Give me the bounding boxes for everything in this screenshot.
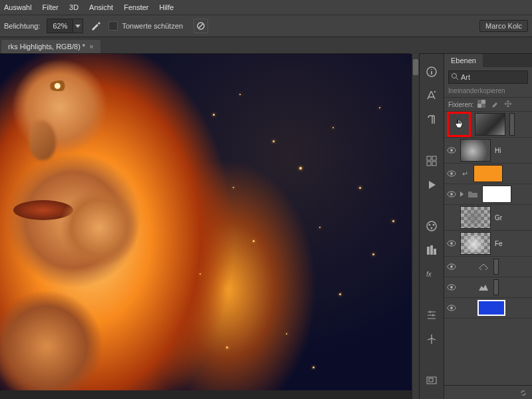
visibility-icon[interactable] xyxy=(447,190,456,199)
layers-footer xyxy=(444,385,532,399)
svg-point-26 xyxy=(450,193,453,196)
svg-text:fx: fx xyxy=(426,271,432,278)
layer-row[interactable]: Hi xyxy=(444,138,532,164)
visibility-icon[interactable] xyxy=(447,169,456,178)
vertical-scrollbar[interactable] xyxy=(412,54,419,399)
arrange-panel-icon[interactable] xyxy=(425,155,438,167)
svg-point-34 xyxy=(450,307,453,309)
menu-filter[interactable]: Filter xyxy=(43,3,59,11)
layer-row[interactable]: Gr xyxy=(444,205,532,231)
adjustment-mask-icon[interactable] xyxy=(493,259,499,275)
exposure-input[interactable] xyxy=(47,21,72,31)
visibility-icon[interactable] xyxy=(447,303,456,313)
folder-icon xyxy=(467,190,478,198)
layer-thumbnail[interactable] xyxy=(477,300,505,316)
layer-row[interactable]: ↵ xyxy=(444,164,532,184)
menu-3d[interactable]: 3D xyxy=(69,3,78,11)
color-balance-icon xyxy=(477,262,489,271)
layer-row[interactable] xyxy=(444,184,532,205)
styles-panel-icon[interactable]: fx xyxy=(425,268,438,280)
lock-row: Fixieren: xyxy=(444,97,532,112)
layer-thumbnail[interactable] xyxy=(460,139,491,162)
align-panel-icon[interactable] xyxy=(425,309,438,321)
measure-panel-icon[interactable] xyxy=(425,333,438,345)
protect-tones-checkbox[interactable] xyxy=(108,21,118,31)
layer-mask-link-icon[interactable] xyxy=(509,113,515,136)
paragraph-panel-icon[interactable] xyxy=(425,114,438,126)
layer-row[interactable]: Fe xyxy=(444,231,532,257)
tablet-pressure-icon[interactable] xyxy=(194,19,208,33)
layer-name[interactable]: Fe xyxy=(495,240,503,247)
lock-brush-icon[interactable] xyxy=(491,100,500,109)
svg-point-8 xyxy=(429,224,431,226)
adjustments-panel-icon[interactable] xyxy=(425,244,438,256)
layers-tab[interactable]: Ebenen xyxy=(444,54,483,67)
svg-rect-12 xyxy=(430,245,433,255)
info-panel-icon[interactable] xyxy=(425,66,438,78)
layer-row[interactable] xyxy=(444,257,532,277)
menu-fenster[interactable]: Fenster xyxy=(124,3,148,11)
svg-point-17 xyxy=(452,74,457,78)
collapsed-panel-strip: fx xyxy=(420,54,444,399)
menu-ansicht[interactable]: Ansicht xyxy=(89,3,113,11)
layer-name[interactable]: Gr xyxy=(495,214,502,221)
menu-auswahl[interactable]: Auswahl xyxy=(4,3,32,11)
layer-name[interactable]: Hi xyxy=(495,147,501,154)
close-tab-icon[interactable]: × xyxy=(89,43,93,51)
protect-tones-label: Tonwerte schützen xyxy=(122,22,183,30)
svg-rect-6 xyxy=(432,162,436,166)
canvas-area xyxy=(0,54,419,399)
menu-bar: Auswahl Filter 3D Ansicht Fenster Hilfe xyxy=(0,0,532,15)
group-mask-thumbnail[interactable] xyxy=(482,186,511,203)
highlighted-layer-selector[interactable] xyxy=(447,112,471,137)
layer-thumbnail[interactable] xyxy=(475,113,505,136)
svg-point-24 xyxy=(450,172,453,175)
svg-point-30 xyxy=(450,265,453,268)
link-layers-icon[interactable] xyxy=(519,388,528,398)
visibility-icon[interactable] xyxy=(447,262,456,271)
character-panel-icon[interactable] xyxy=(425,90,438,102)
layer-thumbnail[interactable] xyxy=(460,206,491,229)
svg-rect-16 xyxy=(429,378,433,382)
layers-panel: Ebenen Ineinanderkopieren Fixieren: xyxy=(444,54,532,399)
svg-point-32 xyxy=(450,286,453,289)
layer-thumbnail[interactable] xyxy=(460,232,491,255)
swatches-panel-icon[interactable] xyxy=(425,220,438,232)
svg-rect-13 xyxy=(434,249,436,255)
play-panel-icon[interactable] xyxy=(425,179,438,191)
hand-cursor-icon xyxy=(455,119,463,130)
layer-filter-input[interactable] xyxy=(448,70,528,84)
airbrush-icon[interactable] xyxy=(90,20,102,32)
visibility-icon[interactable] xyxy=(447,146,456,155)
navigator-panel-icon[interactable] xyxy=(425,374,438,386)
lock-label: Fixieren: xyxy=(448,101,473,108)
exposure-dropdown[interactable] xyxy=(72,19,82,33)
visibility-icon[interactable] xyxy=(447,213,456,222)
group-toggle-icon[interactable] xyxy=(460,192,464,197)
layer-row[interactable] xyxy=(444,112,532,138)
blend-mode-display[interactable]: Ineinanderkopieren xyxy=(444,87,532,97)
lock-move-icon[interactable] xyxy=(504,100,513,109)
svg-rect-5 xyxy=(427,162,431,166)
svg-point-7 xyxy=(427,221,436,231)
svg-rect-20 xyxy=(477,104,481,108)
layer-row[interactable] xyxy=(444,277,532,298)
layer-thumbnail[interactable] xyxy=(473,165,503,182)
canvas[interactable] xyxy=(0,54,412,390)
options-bar: Belichtung: Tonwerte schützen Marco Kolc xyxy=(0,15,532,37)
user-button[interactable]: Marco Kolc xyxy=(479,20,528,32)
lock-transparency-icon[interactable] xyxy=(477,100,487,109)
adjustment-mask-icon[interactable] xyxy=(493,279,499,295)
search-icon xyxy=(451,72,459,80)
visibility-icon[interactable] xyxy=(447,239,456,248)
document-tab[interactable]: rks Highlights, RGB/8) * × xyxy=(1,40,100,53)
visibility-icon[interactable] xyxy=(447,283,456,292)
scrollbar-thumb[interactable] xyxy=(413,59,418,75)
svg-rect-3 xyxy=(427,156,431,160)
svg-point-10 xyxy=(431,227,433,229)
exposure-field[interactable] xyxy=(47,19,83,33)
menu-hilfe[interactable]: Hilfe xyxy=(159,3,174,11)
svg-point-9 xyxy=(433,224,435,226)
document-tab-title: rks Highlights, RGB/8) * xyxy=(8,43,85,51)
layer-row[interactable] xyxy=(444,298,532,319)
